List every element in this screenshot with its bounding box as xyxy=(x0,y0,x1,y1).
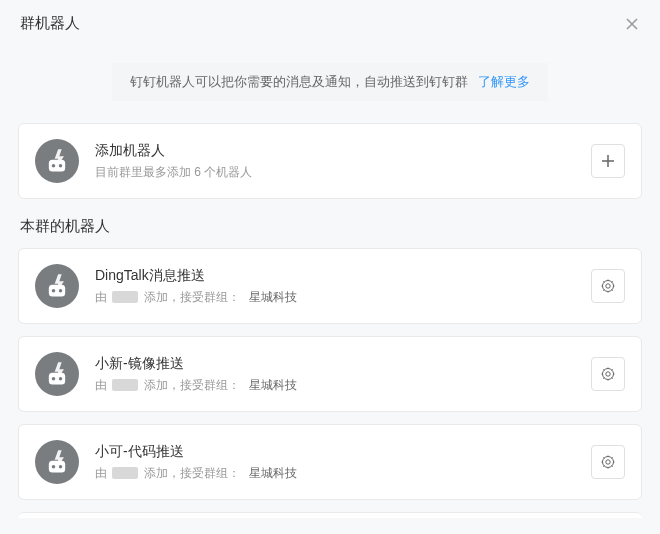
meta-prefix: 由 xyxy=(95,466,107,480)
redacted-name xyxy=(112,467,138,479)
plus-icon xyxy=(600,153,616,169)
robot-body: 小新-镜像推送 由 添加，接受群组： 星城科技 xyxy=(95,355,591,394)
robot-name: 小可-代码推送 xyxy=(95,443,591,461)
svg-point-14 xyxy=(52,465,56,469)
meta-mid: 添加，接受群组： xyxy=(144,290,240,304)
redacted-name xyxy=(112,379,138,391)
svg-point-10 xyxy=(59,377,63,381)
svg-point-9 xyxy=(52,377,56,381)
add-robot-card[interactable]: 添加机器人 目前群里最多添加 6 个机器人 xyxy=(18,123,642,199)
banner-text: 钉钉机器人可以把你需要的消息及通知，自动推送到钉钉群 xyxy=(130,74,468,89)
robot-avatar xyxy=(35,352,79,396)
meta-prefix: 由 xyxy=(95,378,107,392)
robot-avatar xyxy=(35,264,79,308)
robot-body: 小可-代码推送 由 添加，接受群组： 星城科技 xyxy=(95,443,591,482)
gear-icon xyxy=(600,454,616,470)
section-title: 本群的机器人 xyxy=(20,217,642,236)
robot-avatar xyxy=(35,139,79,183)
robot-item-partial xyxy=(18,512,642,518)
redacted-name xyxy=(112,291,138,303)
add-robot-title: 添加机器人 xyxy=(95,142,591,160)
meta-group: 星城科技 xyxy=(249,290,297,304)
add-button[interactable] xyxy=(591,144,625,178)
svg-point-5 xyxy=(59,289,63,293)
robot-icon xyxy=(43,272,71,300)
robot-name: 小新-镜像推送 xyxy=(95,355,591,373)
svg-point-2 xyxy=(59,164,63,168)
svg-point-1 xyxy=(52,164,56,168)
meta-mid: 添加，接受群组： xyxy=(144,378,240,392)
svg-point-6 xyxy=(606,284,610,288)
svg-rect-0 xyxy=(49,160,65,172)
robot-meta: 由 添加，接受群组： 星城科技 xyxy=(95,465,591,482)
learn-more-link[interactable]: 了解更多 xyxy=(478,74,530,89)
add-robot-sub: 目前群里最多添加 6 个机器人 xyxy=(95,164,591,181)
meta-mid: 添加，接受群组： xyxy=(144,466,240,480)
svg-point-4 xyxy=(52,289,56,293)
add-robot-body: 添加机器人 目前群里最多添加 6 个机器人 xyxy=(95,142,591,181)
meta-group: 星城科技 xyxy=(249,466,297,480)
meta-group: 星城科技 xyxy=(249,378,297,392)
robot-meta: 由 添加，接受群组： 星城科技 xyxy=(95,289,591,306)
svg-point-11 xyxy=(606,372,610,376)
close-icon xyxy=(625,17,639,31)
robot-item[interactable]: 小可-代码推送 由 添加，接受群组： 星城科技 xyxy=(18,424,642,500)
svg-point-17 xyxy=(603,457,614,468)
svg-point-7 xyxy=(603,281,614,292)
svg-point-16 xyxy=(606,460,610,464)
robot-icon xyxy=(43,147,71,175)
gear-icon xyxy=(600,366,616,382)
info-banner: 钉钉机器人可以把你需要的消息及通知，自动推送到钉钉群 了解更多 xyxy=(112,63,548,101)
robot-name: DingTalk消息推送 xyxy=(95,267,591,285)
robot-meta: 由 添加，接受群组： 星城科技 xyxy=(95,377,591,394)
svg-point-15 xyxy=(59,465,63,469)
close-button[interactable] xyxy=(624,16,640,32)
robot-item[interactable]: DingTalk消息推送 由 添加，接受群组： 星城科技 xyxy=(18,248,642,324)
gear-icon xyxy=(600,278,616,294)
settings-button[interactable] xyxy=(591,357,625,391)
robot-icon xyxy=(43,360,71,388)
svg-point-12 xyxy=(603,369,614,380)
dialog-header: 群机器人 xyxy=(0,0,660,47)
settings-button[interactable] xyxy=(591,269,625,303)
content-area: 添加机器人 目前群里最多添加 6 个机器人 本群的机器人 DingTalk消息推… xyxy=(0,123,660,518)
settings-button[interactable] xyxy=(591,445,625,479)
robot-body: DingTalk消息推送 由 添加，接受群组： 星城科技 xyxy=(95,267,591,306)
dialog-title: 群机器人 xyxy=(20,14,80,33)
robot-item[interactable]: 小新-镜像推送 由 添加，接受群组： 星城科技 xyxy=(18,336,642,412)
meta-prefix: 由 xyxy=(95,290,107,304)
svg-rect-8 xyxy=(49,373,65,385)
svg-rect-13 xyxy=(49,461,65,473)
svg-rect-3 xyxy=(49,285,65,297)
robot-avatar xyxy=(35,440,79,484)
robot-icon xyxy=(43,448,71,476)
